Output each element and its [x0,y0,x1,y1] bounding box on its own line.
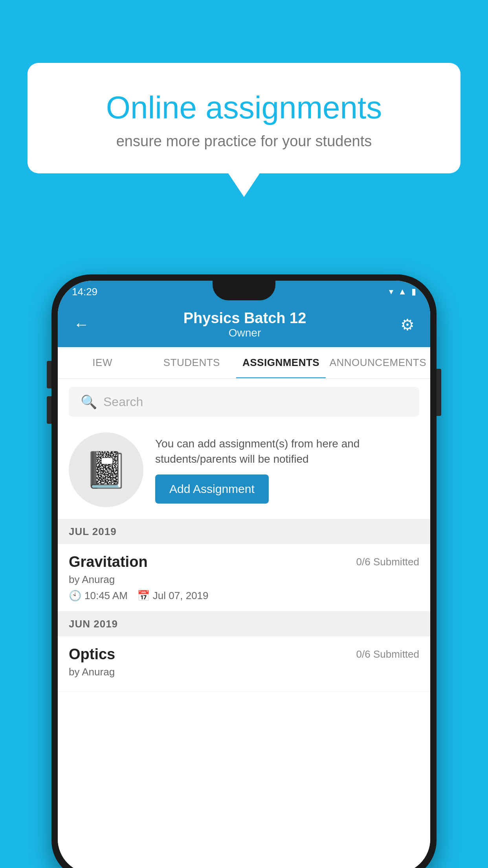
section-jun-2019: JUN 2019 [58,612,430,636]
phone-screen: 14:29 ▾ ▲ ▮ ← Physics Batch 12 Owner ⚙ I… [58,281,430,868]
tab-assignments[interactable]: ASSIGNMENTS [236,347,325,378]
assignment-description: You can add assignment(s) from here and … [155,436,419,467]
search-bar[interactable]: 🔍 Search [69,387,419,417]
assignment-by-optics: by Anurag [69,666,419,678]
app-header: ← Physics Batch 12 Owner ⚙ [58,303,430,347]
notebook-icon: 📓 [84,449,128,491]
tab-announcements[interactable]: ANNOUNCEMENTS [326,347,430,378]
assignment-prompt: 📓 You can add assignment(s) from here an… [58,425,430,519]
assignment-time-gravitation: 10:45 AM [84,590,128,602]
search-placeholder: Search [103,395,143,409]
clock-icon: 🕙 [69,590,81,602]
assignment-name-gravitation: Gravitation [69,554,148,570]
power-button [437,369,441,416]
assignment-item-row1: Gravitation 0/6 Submitted [69,554,419,570]
wifi-icon: ▾ [389,287,393,297]
batch-title: Physics Batch 12 [183,310,306,327]
section-jul-2019: JUL 2019 [58,519,430,544]
phone-notch [213,281,275,300]
assignment-text-area: You can add assignment(s) from here and … [155,436,419,504]
add-assignment-button[interactable]: Add Assignment [155,474,269,504]
assignment-by-gravitation: by Anurag [69,574,419,586]
status-icons: ▾ ▲ ▮ [389,287,416,297]
volume-up-button [47,361,51,388]
assignment-item-optics[interactable]: Optics 0/6 Submitted by Anurag [58,636,430,692]
content-area: 🔍 Search 📓 You can add assignment(s) fro… [58,379,430,868]
phone-frame: 14:29 ▾ ▲ ▮ ← Physics Batch 12 Owner ⚙ I… [51,274,437,868]
assignment-submitted-optics: 0/6 Submitted [356,648,419,660]
speech-bubble-subtitle: ensure more practice for your students [59,133,429,150]
settings-icon[interactable]: ⚙ [400,316,415,334]
meta-time-gravitation: 🕙 10:45 AM [69,590,128,602]
assignment-date-gravitation: Jul 07, 2019 [153,590,209,602]
speech-bubble-tail [228,173,260,197]
volume-down-button [47,396,51,424]
tab-iew[interactable]: IEW [58,347,147,378]
status-time: 14:29 [72,286,97,298]
speech-bubble-title: Online assignments [59,90,429,125]
speech-bubble-container: Online assignments ensure more practice … [28,63,460,197]
tab-bar: IEW STUDENTS ASSIGNMENTS ANNOUNCEMENTS [58,347,430,379]
assignment-submitted-gravitation: 0/6 Submitted [356,556,419,568]
calendar-icon: 📅 [137,590,150,602]
speech-bubble: Online assignments ensure more practice … [28,63,460,173]
assignment-item-row1-optics: Optics 0/6 Submitted [69,646,419,663]
tab-students[interactable]: STUDENTS [147,347,236,378]
meta-date-gravitation: 📅 Jul 07, 2019 [137,590,209,602]
battery-icon: ▮ [411,287,416,297]
assignment-meta-gravitation: 🕙 10:45 AM 📅 Jul 07, 2019 [69,590,419,602]
batch-subtitle: Owner [183,327,306,339]
assignment-name-optics: Optics [69,646,115,663]
search-icon: 🔍 [81,394,97,410]
assignment-item-gravitation[interactable]: Gravitation 0/6 Submitted by Anurag 🕙 10… [58,544,430,612]
header-center: Physics Batch 12 Owner [183,310,306,339]
assignment-icon-circle: 📓 [69,432,143,507]
back-button[interactable]: ← [73,316,89,333]
signal-icon: ▲ [398,287,407,297]
